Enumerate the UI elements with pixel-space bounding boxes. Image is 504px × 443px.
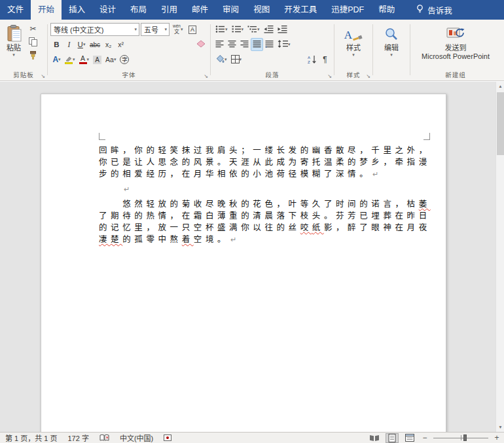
word-count[interactable]: 172 字 xyxy=(67,433,88,443)
misspelled-word: 凄楚 xyxy=(99,235,122,244)
italic-button[interactable]: I xyxy=(63,38,75,51)
chevron-down-icon: ▾ xyxy=(225,57,227,62)
scrollbar-down-arrow[interactable]: ▼ xyxy=(496,423,504,432)
clear-formatting-button[interactable] xyxy=(194,38,207,51)
vertical-scrollbar[interactable]: ▲ ▼ xyxy=(495,82,504,432)
page-indicator[interactable]: 第 1 页，共 1 页 xyxy=(5,433,57,443)
scrollbar-up-arrow[interactable]: ▲ xyxy=(496,82,504,91)
bold-button[interactable]: B xyxy=(50,38,63,51)
font-dialog-launcher[interactable]: ↘ xyxy=(204,73,208,79)
zoom-slider[interactable] xyxy=(433,434,488,442)
language-indicator[interactable]: 中文(中国) xyxy=(120,433,153,443)
paste-button[interactable]: 粘贴 ▾ xyxy=(3,22,25,63)
tab-insert[interactable]: 插入 xyxy=(62,0,92,20)
change-case-icon: Aa xyxy=(105,56,114,63)
tab-layout[interactable]: 布局 xyxy=(123,0,154,20)
styles-group: A 样式 ▾ 样式 ↘ xyxy=(335,21,372,80)
paragraph-dialog-launcher[interactable]: ↘ xyxy=(327,73,332,79)
align-right-button[interactable] xyxy=(238,38,251,51)
multilevel-list-button[interactable]: ▾ xyxy=(245,23,262,36)
distribute-button[interactable] xyxy=(263,38,276,51)
shading-button[interactable]: ▾ xyxy=(213,53,229,66)
send-to-powerpoint-button[interactable]: 发送到 Microsoft PowerPoint xyxy=(413,22,498,61)
zoom-out-button[interactable]: − xyxy=(421,433,429,442)
text-boundary-mark-left xyxy=(99,133,105,140)
tab-references[interactable]: 引用 xyxy=(154,0,185,20)
zoom-in-button[interactable]: + xyxy=(493,433,501,442)
macro-record-icon[interactable] xyxy=(164,434,171,441)
underline-button[interactable]: U▾ xyxy=(75,38,88,51)
sort-button[interactable]: AZ xyxy=(306,53,319,66)
tab-file[interactable]: 文件 xyxy=(0,0,31,20)
styles-dialog-launcher[interactable]: ↘ xyxy=(366,73,370,79)
text-run: 影，醉了眼神在月夜 xyxy=(324,223,431,232)
text-line[interactable]: 步的相爱经历，在月华相依的小池荷径模糊了深情。↵ xyxy=(99,168,435,180)
text-effects-icon: A xyxy=(52,55,58,64)
subscript-button[interactable]: x₂ xyxy=(102,38,115,51)
cut-button[interactable]: ✂ xyxy=(27,22,39,35)
scrollbar-thumb[interactable] xyxy=(497,92,504,155)
paintbrush-icon xyxy=(29,51,37,62)
document-text[interactable]: 回眸，你的轻笑抹过我肩头；一缕长发的幽香散尽，千里之外，你已是让人思念的风景。天… xyxy=(99,145,435,245)
font-name-value: 等线 (中文正文) xyxy=(54,24,103,35)
line-spacing-button[interactable]: ▾ xyxy=(276,38,293,51)
pinyin-icon: wén文 xyxy=(173,24,181,35)
align-center-button[interactable] xyxy=(226,38,238,51)
chevron-down-icon: ▾ xyxy=(164,27,167,32)
chevron-down-icon: ▾ xyxy=(114,57,117,62)
text-line[interactable]: ↵ xyxy=(99,183,435,195)
text-line[interactable]: 的记忆里，放一只空杯盛满你以往的丝咬纸影，醉了眼神在月夜 xyxy=(99,222,435,234)
font-size-select[interactable]: 五号 ▾ xyxy=(141,23,170,36)
character-border-button[interactable]: A xyxy=(186,23,198,36)
tab-design[interactable]: 设计 xyxy=(92,0,123,20)
borders-button[interactable]: ▾ xyxy=(229,53,244,66)
tab-pdf[interactable]: 迅捷PDF xyxy=(324,0,371,20)
tell-me[interactable]: 告诉我 xyxy=(416,0,452,20)
numbering-button[interactable]: ▾ xyxy=(230,23,246,36)
read-mode-button[interactable] xyxy=(368,433,381,443)
text-effects-button[interactable]: A▾ xyxy=(50,53,63,66)
tab-view[interactable]: 视图 xyxy=(246,0,277,20)
highlight-color-button[interactable]: ▾ xyxy=(63,53,77,66)
proofing-errors-icon[interactable] xyxy=(99,434,109,442)
change-case-button[interactable]: Aa▾ xyxy=(103,53,118,66)
increase-indent-button[interactable] xyxy=(276,23,289,36)
format-painter-button[interactable] xyxy=(27,50,39,63)
print-layout-button[interactable] xyxy=(386,433,399,443)
show-hide-marks-button[interactable]: ¶ xyxy=(319,53,331,66)
paste-dropdown-arrow[interactable]: ▾ xyxy=(12,52,15,58)
chevron-down-icon: ▾ xyxy=(257,27,260,32)
zoom-slider-thumb[interactable] xyxy=(463,434,467,441)
tab-developer[interactable]: 开发工具 xyxy=(277,0,324,20)
tab-review[interactable]: 审阅 xyxy=(215,0,246,20)
copy-button[interactable] xyxy=(27,36,39,49)
page[interactable]: 回眸，你的轻笑抹过我肩头；一缕长发的幽香散尽，千里之外，你已是让人思念的风景。天… xyxy=(41,94,446,432)
decrease-indent-button[interactable] xyxy=(262,23,276,36)
web-layout-button[interactable] xyxy=(403,433,416,443)
text-line[interactable]: 了期待的热情，在霜白薄重的清晨落下枝头。芬芳已埋葬在昨日 xyxy=(99,210,435,222)
text-line[interactable]: 你已是让人思念的风景。天涯从此成为寄托温柔的梦乡，牵指漫 xyxy=(99,156,435,168)
character-shading-button[interactable]: A xyxy=(91,53,103,66)
align-left-button[interactable] xyxy=(213,38,226,51)
styles-button[interactable]: A 样式 ▾ xyxy=(337,22,370,58)
distribute-icon xyxy=(265,40,274,49)
text-line[interactable]: 凄楚的孤零中熬着空境。↵ xyxy=(99,234,435,245)
superscript-button[interactable]: x² xyxy=(115,38,127,51)
strikethrough-button[interactable]: abc xyxy=(88,38,102,51)
font-color-button[interactable]: A ▾ xyxy=(77,53,92,66)
enclose-characters-button[interactable]: 字 xyxy=(118,53,131,66)
chevron-down-icon: ▾ xyxy=(181,27,183,32)
pinyin-guide-button[interactable]: wén文 ▾ xyxy=(171,23,185,36)
font-name-select[interactable]: 等线 (中文正文) ▾ xyxy=(50,23,139,36)
tell-me-label: 告诉我 xyxy=(427,4,452,16)
justify-button[interactable] xyxy=(251,38,263,51)
text-line[interactable]: 悠然轻放的菊收尽晚秋的花色，叶等久了时间的诺言，枯萎 xyxy=(99,198,435,210)
tab-mailings[interactable]: 邮件 xyxy=(185,0,215,20)
tab-home[interactable]: 开始 xyxy=(31,0,62,20)
tab-help[interactable]: 帮助 xyxy=(371,0,402,20)
clipboard-icon xyxy=(7,24,22,42)
editing-button[interactable]: 编辑 ▾ xyxy=(376,22,407,58)
text-line[interactable]: 回眸，你的轻笑抹过我肩头；一缕长发的幽香散尽，千里之外， xyxy=(99,145,435,156)
clipboard-dialog-launcher[interactable]: ↘ xyxy=(41,73,45,79)
bullets-button[interactable]: ▾ xyxy=(213,23,230,36)
